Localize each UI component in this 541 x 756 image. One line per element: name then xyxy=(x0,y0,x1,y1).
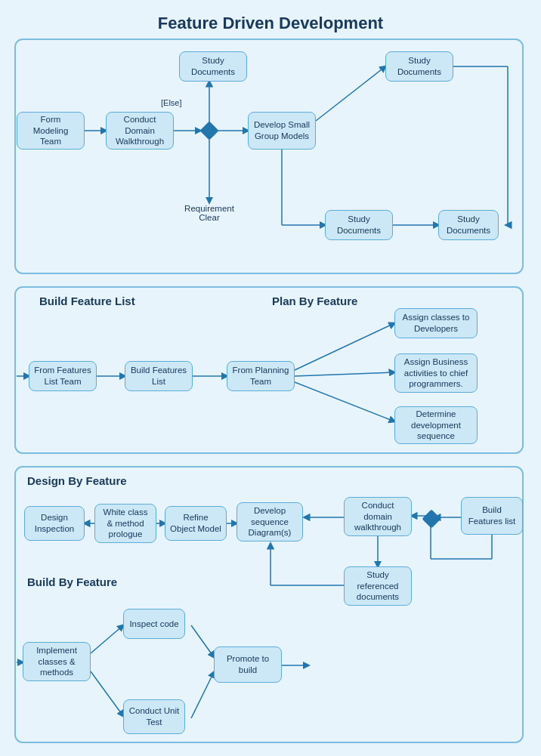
refine-object-node: Refine Object Model xyxy=(165,506,227,541)
from-planning-node: From Planning Team xyxy=(227,361,295,391)
diamond2 xyxy=(422,509,441,528)
inspect-code-node: Inspect code xyxy=(123,609,185,639)
develop-small-node: Develop Small Group Models xyxy=(248,112,316,150)
svg-line-37 xyxy=(191,625,214,657)
svg-line-36 xyxy=(91,671,123,716)
study-docs-top-node: Study Documents xyxy=(179,51,247,82)
from-features-node: From Features List Team xyxy=(29,361,97,391)
study-ref-node: Study referenced documents xyxy=(344,566,412,606)
page-title: Feature Driven Development xyxy=(0,0,541,41)
study-docs-mr-node: Study Documents xyxy=(325,210,393,240)
build-by-feature-label: Build By Feature xyxy=(27,575,117,588)
assign-classes-node: Assign classes to Developers xyxy=(394,308,478,338)
assign-business-node: Assign Business activities to chief prog… xyxy=(394,353,478,393)
build-features-list2-node: Build Features list xyxy=(461,497,523,535)
study-docs-br-node: Study Documents xyxy=(438,210,499,240)
svg-line-35 xyxy=(91,625,123,653)
form-modeling-node: Form Modeling Team xyxy=(17,112,85,150)
build-feature-list-label: Build Feature List xyxy=(39,295,135,307)
req-clear-label: RequirementClear xyxy=(179,204,240,222)
promote-build-node: Promote to build xyxy=(214,646,282,683)
plan-by-feature-label: Plan By Feature xyxy=(272,295,357,307)
build-features-list-node: Build Features List xyxy=(125,361,193,391)
else-label: [Else] xyxy=(161,98,182,107)
svg-line-20 xyxy=(295,382,394,421)
conduct-unit-node: Conduct Unit Test xyxy=(123,699,185,734)
white-class-node: White class & method prologue xyxy=(94,504,156,543)
develop-seq-node: Develop sequence Diagram(s) xyxy=(236,502,303,542)
svg-line-18 xyxy=(295,323,394,370)
svg-line-19 xyxy=(295,372,394,376)
design-by-feature-label: Design By Feature xyxy=(27,474,127,487)
study-docs-tr-node: Study Documents xyxy=(385,51,453,82)
svg-line-8 xyxy=(316,66,385,121)
determine-dev-node: Determine development sequence xyxy=(394,406,478,444)
diamond1 xyxy=(199,121,218,140)
conduct-domain2-node: Conduct domain walkthrough xyxy=(344,497,412,536)
implement-classes-node: Implement classes & methods xyxy=(23,642,91,681)
conduct-domain-node: Conduct Domain Walkthrough xyxy=(106,112,174,150)
svg-line-38 xyxy=(191,672,214,718)
design-inspection-node: Design Inspection xyxy=(24,506,85,541)
